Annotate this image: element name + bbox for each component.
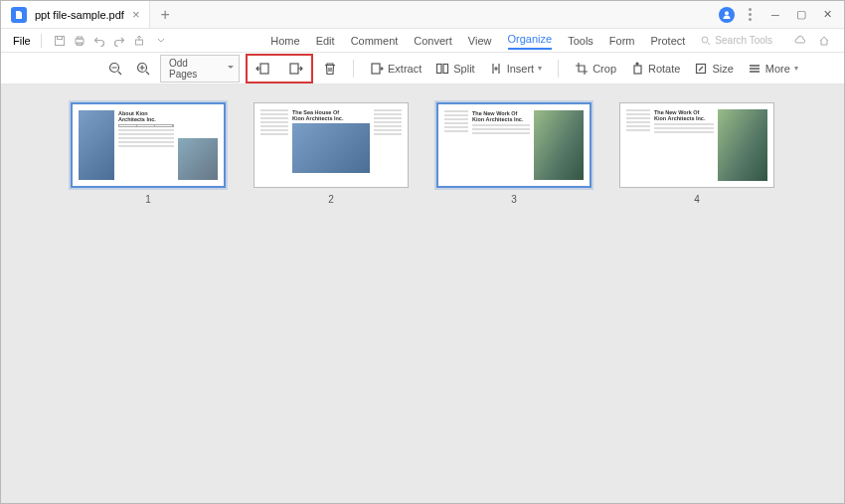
search-tools[interactable]: Search Tools (701, 35, 772, 46)
svg-rect-10 (260, 64, 268, 74)
split-icon (435, 62, 449, 76)
redo-icon[interactable] (111, 33, 127, 49)
menu-protect[interactable]: Protect (651, 33, 686, 49)
page-number: 2 (328, 194, 334, 205)
delete-icon[interactable] (319, 58, 341, 80)
page-thumb-1: About KionArchitects Inc. 1 (71, 102, 226, 205)
quick-access (52, 33, 147, 49)
main-menu: Home Edit Comment Convert View Organize … (270, 31, 685, 50)
highlighted-rotate-group (246, 54, 313, 84)
undo-icon[interactable] (91, 33, 107, 49)
hamburger-icon (748, 62, 761, 76)
svg-rect-4 (77, 37, 82, 39)
more-button[interactable]: More▾ (744, 60, 802, 78)
svg-rect-11 (290, 64, 298, 74)
page-thumb-2: The Sea House OfKion Architects Inc. 2 (254, 102, 409, 205)
kebab-icon[interactable] (739, 4, 760, 26)
svg-rect-1 (55, 36, 64, 45)
svg-rect-15 (634, 66, 641, 74)
thumbnail[interactable]: About KionArchitects Inc. (71, 102, 226, 188)
extract-icon (370, 62, 384, 76)
zoom-in-icon[interactable] (132, 58, 154, 80)
thumbnail[interactable]: The Sea House OfKion Architects Inc. (254, 102, 409, 188)
thumbnail-grid: About KionArchitects Inc. 1 The Sea Hous… (1, 84, 844, 503)
menu-organize[interactable]: Organize (508, 31, 553, 50)
close-window-button[interactable]: ✕ (816, 4, 838, 26)
svg-point-7 (702, 37, 708, 43)
add-tab-button[interactable]: + (150, 6, 179, 24)
close-tab-icon[interactable]: × (132, 7, 140, 22)
size-button[interactable]: Size (690, 60, 737, 78)
crop-icon (575, 62, 589, 76)
search-placeholder: Search Tools (715, 35, 772, 46)
extract-button[interactable]: Extract (366, 60, 425, 78)
insert-icon (489, 62, 503, 76)
titlebar: ppt file-sample.pdf × + ─ ▢ ✕ (1, 1, 844, 29)
page-number: 4 (694, 194, 700, 205)
page-filter-dropdown[interactable]: Odd Pages (160, 55, 240, 83)
rotate-right-icon[interactable] (285, 58, 307, 80)
dropdown-icon[interactable] (153, 33, 169, 49)
organize-toolbar: Odd Pages Extract Split Insert▾ Crop Rot… (1, 53, 844, 84)
menu-comment[interactable]: Comment (351, 33, 399, 49)
svg-rect-13 (437, 64, 442, 73)
size-icon (694, 62, 708, 76)
page-thumb-3: The New Work OfKion Architects Inc. 3 (436, 102, 592, 205)
svg-rect-2 (57, 36, 62, 39)
thumbnail[interactable]: The New Work OfKion Architects Inc. (619, 102, 774, 188)
rotate-icon (630, 62, 644, 76)
menu-home[interactable]: Home (270, 33, 299, 49)
document-tab[interactable]: ppt file-sample.pdf × (1, 1, 150, 28)
menu-tools[interactable]: Tools (568, 33, 593, 49)
page-number: 1 (145, 194, 151, 205)
rotate-button[interactable]: Rotate (626, 60, 684, 78)
minimize-button[interactable]: ─ (764, 4, 786, 26)
file-menu[interactable]: File (7, 33, 37, 49)
rotate-left-icon[interactable] (252, 58, 273, 80)
app-icon (11, 7, 27, 23)
insert-button[interactable]: Insert▾ (485, 60, 547, 78)
menu-convert[interactable]: Convert (414, 33, 452, 49)
cloud-icon[interactable] (792, 33, 808, 49)
svg-point-0 (725, 11, 729, 15)
crop-button[interactable]: Crop (571, 60, 620, 78)
account-icon[interactable] (719, 7, 735, 23)
menu-view[interactable]: View (468, 33, 492, 49)
menu-edit[interactable]: Edit (316, 33, 335, 49)
menubar: File Home Edit Comment Convert View Orga… (1, 29, 844, 53)
menu-form[interactable]: Form (609, 33, 635, 49)
thumbnail[interactable]: The New Work OfKion Architects Inc. (436, 102, 592, 188)
svg-rect-14 (443, 64, 448, 73)
home-icon[interactable] (816, 33, 832, 49)
save-icon[interactable] (52, 33, 68, 49)
page-thumb-4: The New Work OfKion Architects Inc. 4 (619, 102, 774, 205)
share-icon[interactable] (131, 33, 147, 49)
maximize-button[interactable]: ▢ (790, 4, 812, 26)
tab-title: ppt file-sample.pdf (35, 9, 124, 21)
print-icon[interactable] (72, 33, 87, 49)
split-button[interactable]: Split (431, 60, 478, 78)
svg-rect-12 (372, 64, 380, 74)
page-number: 3 (511, 194, 517, 205)
zoom-out-icon[interactable] (104, 58, 126, 80)
